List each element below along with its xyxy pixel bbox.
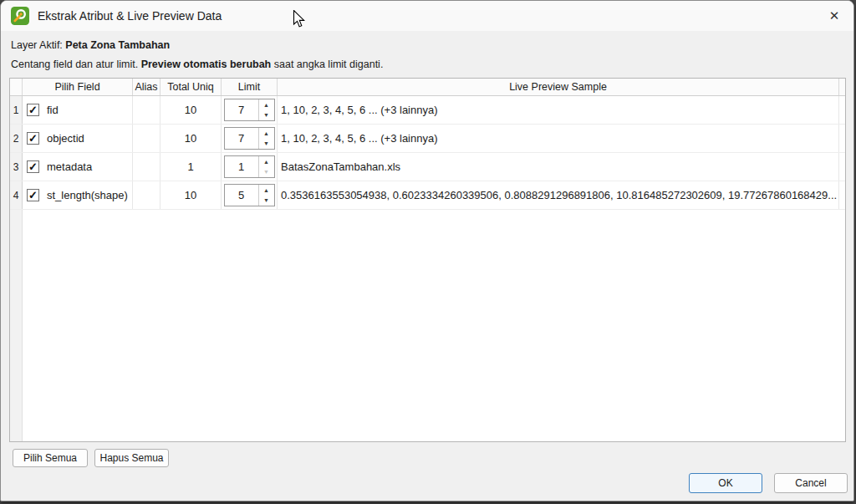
spin-up-button[interactable]: ▲ (259, 185, 274, 196)
preview-cell: 1, 10, 2, 3, 4, 5, 6 ... (+3 lainnya) (278, 125, 839, 152)
row-number[interactable]: 4 (10, 181, 23, 209)
select-all-button[interactable]: Pilih Semua (13, 449, 88, 467)
ok-button[interactable]: OK (689, 473, 762, 493)
spin-down-button[interactable]: ▼ (259, 139, 274, 150)
table-row: 3 ✓ metadata 1 1 ▲ ▼ BatasZonaTambahan.x… (10, 153, 845, 181)
limit-spinbox[interactable]: 7 ▲ ▼ (224, 99, 275, 121)
limit-cell: 7 ▲ ▼ (222, 125, 278, 152)
table-row: 4 ✓ st_length(shape) 10 5 ▲ ▼ 0.35361635… (10, 181, 845, 210)
table-header-row: Pilih Field Alias Total Uniq Limit Live … (10, 79, 845, 96)
alias-cell[interactable] (133, 153, 160, 181)
column-header-pilih-field[interactable]: Pilih Field (23, 79, 133, 95)
field-name: st_length(shape) (47, 189, 128, 201)
check-icon: ✓ (28, 161, 38, 172)
spin-up-button[interactable]: ▲ (259, 156, 274, 167)
qgis-logo-icon (11, 7, 29, 25)
active-layer-line: Layer Aktif: Peta Zona Tambahan (11, 39, 170, 51)
limit-value[interactable]: 1 (225, 156, 258, 177)
check-icon: ✓ (28, 190, 38, 201)
alias-cell[interactable] (133, 181, 160, 209)
preview-cell: 1, 10, 2, 3, 4, 5, 6 ... (+3 lainnya) (278, 96, 839, 124)
alias-cell[interactable] (133, 125, 160, 152)
field-name: metadata (47, 160, 92, 173)
spin-down-button[interactable]: ▼ (259, 196, 274, 206)
total-uniq-cell: 10 (160, 181, 222, 209)
window-title: Ekstrak Atribut & Live Preview Data (38, 9, 222, 23)
row-number[interactable]: 2 (10, 125, 23, 152)
check-icon: ✓ (28, 133, 38, 144)
field-cell[interactable]: ✓ objectid (23, 125, 133, 152)
limit-cell: 5 ▲ ▼ (222, 181, 278, 209)
table-empty-area (10, 210, 845, 441)
row-number[interactable]: 1 (10, 96, 23, 124)
field-cell[interactable]: ✓ st_length(shape) (23, 181, 133, 209)
instruction-line: Centang field dan atur limit. Preview ot… (11, 59, 383, 70)
field-name: objectid (47, 132, 84, 145)
active-layer-label: Layer Aktif: (11, 39, 65, 51)
preview-cell: 0.3536163553054938, 0.6023334260339506, … (278, 181, 839, 209)
spin-down-button[interactable]: ▼ (259, 167, 274, 178)
spin-down-button[interactable]: ▼ (259, 110, 274, 121)
limit-cell: 1 ▲ ▼ (222, 153, 278, 181)
field-cell[interactable]: ✓ metadata (23, 153, 133, 181)
blank-header-cell (839, 79, 845, 95)
limit-spinbox[interactable]: 7 ▲ ▼ (224, 127, 275, 150)
preview-cell: BatasZonaTambahan.xls (278, 153, 839, 181)
check-icon: ✓ (28, 104, 38, 115)
column-header-total-uniq[interactable]: Total Uniq (160, 79, 222, 95)
close-button[interactable]: ✕ (815, 1, 853, 31)
limit-spinbox[interactable]: 5 ▲ ▼ (224, 184, 275, 206)
column-header-alias[interactable]: Alias (133, 79, 160, 95)
limit-spinbox[interactable]: 1 ▲ ▼ (224, 155, 275, 178)
row-number[interactable]: 3 (10, 153, 23, 181)
alias-cell[interactable] (133, 96, 160, 124)
close-icon: ✕ (829, 8, 840, 23)
field-checkbox[interactable]: ✓ (27, 160, 39, 173)
column-header-limit[interactable]: Limit (222, 79, 278, 95)
dialog-window: Ekstrak Atribut & Live Preview Data ✕ La… (0, 0, 854, 501)
field-checkbox[interactable]: ✓ (27, 104, 39, 116)
fields-table: Pilih Field Alias Total Uniq Limit Live … (9, 78, 846, 442)
limit-value[interactable]: 7 (225, 99, 258, 120)
active-layer-name: Peta Zona Tambahan (65, 39, 170, 51)
field-checkbox[interactable]: ✓ (27, 132, 39, 145)
table-row: 1 ✓ fid 10 7 ▲ ▼ 1, 10, 2, 3, 4, 5, 6 ..… (10, 96, 845, 125)
spin-up-button[interactable]: ▲ (259, 99, 274, 110)
spin-up-button[interactable]: ▲ (259, 128, 274, 139)
total-uniq-cell: 1 (160, 153, 222, 181)
corner-header-cell (10, 79, 23, 95)
field-cell[interactable]: ✓ fid (23, 96, 133, 124)
row-header-strip (10, 210, 23, 441)
cancel-button[interactable]: Cancel (774, 473, 848, 493)
total-uniq-cell: 10 (160, 125, 222, 152)
clear-all-button[interactable]: Hapus Semua (94, 449, 169, 467)
column-header-live-preview[interactable]: Live Preview Sample (278, 79, 839, 95)
total-uniq-cell: 10 (160, 96, 222, 124)
limit-value[interactable]: 7 (225, 128, 258, 149)
limit-cell: 7 ▲ ▼ (222, 96, 278, 124)
title-bar[interactable]: Ekstrak Atribut & Live Preview Data ✕ (1, 1, 853, 31)
field-name: fid (47, 104, 59, 116)
table-row: 2 ✓ objectid 10 7 ▲ ▼ 1, 10, 2, 3, 4, 5,… (10, 125, 845, 153)
field-checkbox[interactable]: ✓ (27, 189, 39, 201)
limit-value[interactable]: 5 (225, 185, 258, 206)
